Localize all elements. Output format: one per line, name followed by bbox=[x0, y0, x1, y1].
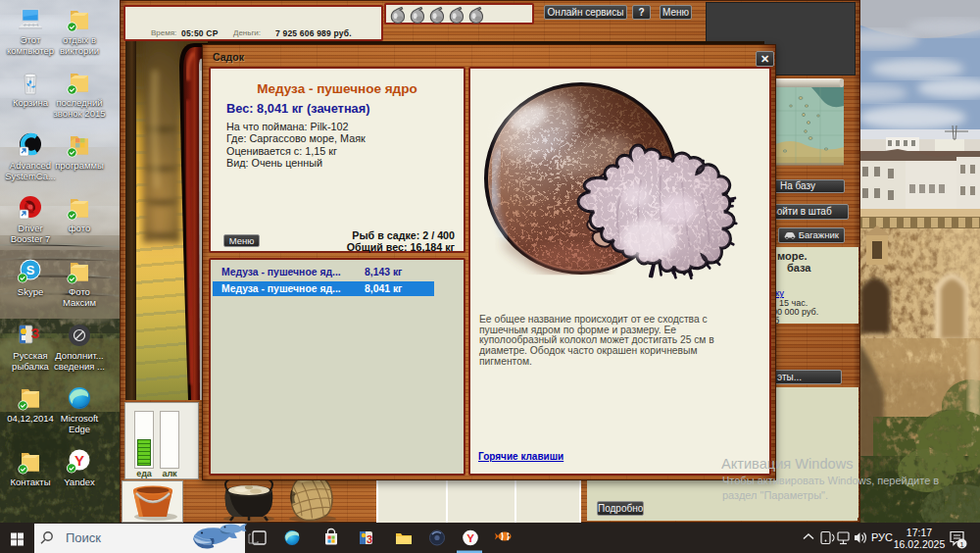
svg-text:3: 3 bbox=[31, 325, 39, 341]
svg-text:Y: Y bbox=[466, 532, 474, 544]
svg-text:Y: Y bbox=[74, 452, 84, 469]
svg-text:1: 1 bbox=[959, 540, 963, 549]
svg-text:S: S bbox=[26, 263, 35, 277]
svg-text:3: 3 bbox=[367, 533, 372, 545]
